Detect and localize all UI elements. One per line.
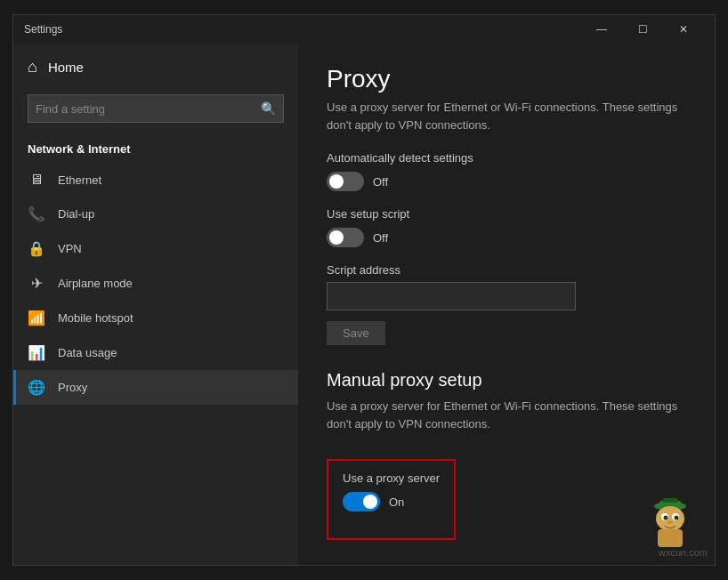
airplane-icon: ✈ <box>28 275 45 292</box>
window-controls: — ☐ ✕ <box>581 15 704 44</box>
settings-window: Settings — ☐ ✕ ⌂ Home 🔍 Network & Intern… <box>12 14 716 566</box>
manual-section-title: Manual proxy setup <box>327 370 686 391</box>
home-label: Home <box>48 60 84 75</box>
main-content: Proxy Use a proxy server for Ethernet or… <box>298 44 715 565</box>
manual-description: Use a proxy server for Ethernet or Wi-Fi… <box>327 398 686 432</box>
nav-section-title: Network & Internet <box>13 133 298 163</box>
toggle-thumb <box>363 495 377 509</box>
script-address-label: Script address <box>327 263 686 277</box>
mascot <box>643 494 697 547</box>
sidebar-item-dialup[interactable]: 📞 Dial-up <box>13 197 298 231</box>
home-icon: ⌂ <box>28 58 37 77</box>
sidebar-item-label: Proxy <box>58 381 87 394</box>
setup-script-label: Use setup script <box>327 207 686 221</box>
proxy-server-label: Use a proxy server <box>343 471 440 485</box>
toggle-thumb <box>329 230 344 245</box>
mascot-svg <box>643 494 697 552</box>
script-address-input[interactable] <box>327 282 576 310</box>
sidebar-item-label: Data usage <box>58 346 117 359</box>
svg-point-8 <box>667 520 673 524</box>
sidebar-item-ethernet[interactable]: 🖥 Ethernet <box>13 163 298 197</box>
auto-detect-toggle-row: Off <box>327 172 686 191</box>
proxy-icon: 🌐 <box>28 379 45 396</box>
proxy-server-toggle[interactable] <box>343 492 380 512</box>
window-content: ⌂ Home 🔍 Network & Internet 🖥 Ethernet 📞… <box>13 44 715 565</box>
sidebar-item-label: Airplane mode <box>58 277 133 290</box>
auto-proxy-description: Use a proxy server for Ethernet or Wi-Fi… <box>327 99 686 133</box>
sidebar-item-label: Ethernet <box>58 173 101 187</box>
auto-detect-label: Automatically detect settings <box>327 151 686 165</box>
sidebar-home[interactable]: ⌂ Home <box>13 44 298 91</box>
maximize-button[interactable]: ☐ <box>622 15 663 44</box>
toggle-thumb <box>329 174 344 189</box>
auto-detect-status: Off <box>373 175 388 189</box>
setup-script-toggle[interactable] <box>327 228 364 247</box>
ethernet-icon: 🖥 <box>28 172 45 188</box>
sidebar-item-hotspot[interactable]: 📶 Mobile hotspot <box>13 301 298 335</box>
proxy-server-box: Use a proxy server On <box>327 459 456 540</box>
datausage-icon: 📊 <box>28 344 45 361</box>
sidebar-item-datausage[interactable]: 📊 Data usage <box>13 335 298 370</box>
page-title: Proxy <box>327 65 686 93</box>
sidebar: ⌂ Home 🔍 Network & Internet 🖥 Ethernet 📞… <box>13 44 298 565</box>
proxy-server-status: On <box>389 495 404 509</box>
svg-point-6 <box>664 516 668 520</box>
watermark: wxcun.com <box>659 547 708 558</box>
search-input[interactable] <box>36 102 255 116</box>
sidebar-item-proxy[interactable]: 🌐 Proxy <box>13 370 298 405</box>
svg-point-7 <box>675 516 679 520</box>
sidebar-item-airplane[interactable]: ✈ Airplane mode <box>13 266 298 301</box>
setup-script-toggle-row: Off <box>327 228 686 247</box>
titlebar: Settings — ☐ ✕ <box>13 15 715 44</box>
close-button[interactable]: ✕ <box>663 15 704 44</box>
svg-rect-9 <box>658 529 683 547</box>
sidebar-item-vpn[interactable]: 🔒 VPN <box>13 231 298 266</box>
sidebar-item-label: VPN <box>58 242 82 255</box>
dialup-icon: 📞 <box>28 205 45 222</box>
minimize-button[interactable]: — <box>581 15 622 44</box>
hotspot-icon: 📶 <box>28 310 45 326</box>
search-icon: 🔍 <box>261 101 276 116</box>
setup-script-status: Off <box>373 231 388 245</box>
auto-detect-toggle[interactable] <box>327 172 364 191</box>
sidebar-item-label: Dial-up <box>58 207 94 221</box>
vpn-icon: 🔒 <box>28 240 45 257</box>
save-button[interactable]: Save <box>327 321 385 345</box>
svg-rect-2 <box>663 498 677 503</box>
sidebar-item-label: Mobile hotspot <box>58 311 133 325</box>
search-box[interactable]: 🔍 <box>28 94 284 123</box>
proxy-server-toggle-row: On <box>343 492 440 512</box>
window-title: Settings <box>24 23 62 36</box>
